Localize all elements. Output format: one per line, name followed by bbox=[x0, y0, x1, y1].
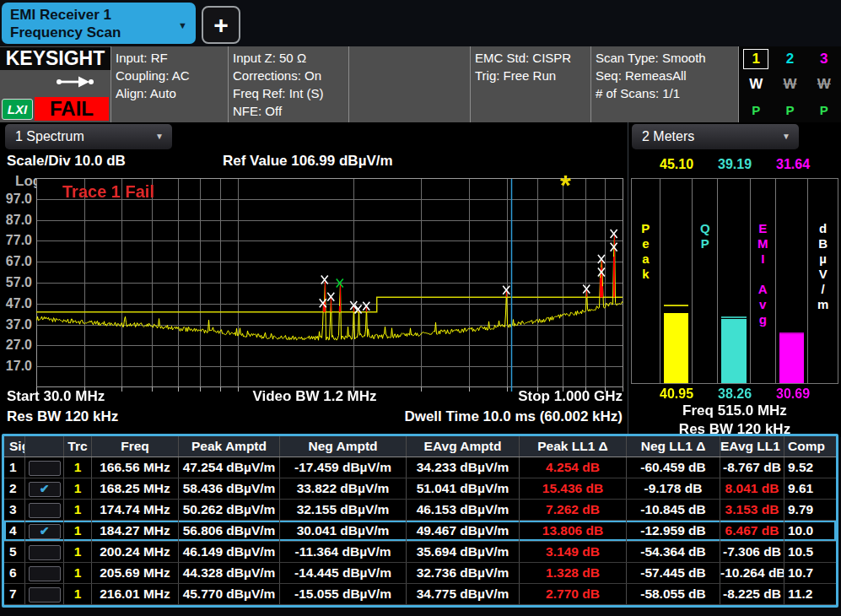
spectrum-window: 1 Spectrum ▼ Scale/Div 10.0 dB Ref Value… bbox=[0, 122, 628, 437]
suppress-cell bbox=[25, 584, 64, 604]
column-header-EAvg LL1 Δ: EAvg LL1 Δ bbox=[720, 436, 784, 457]
add-tab-button[interactable]: + bbox=[202, 6, 240, 44]
trace-write-mode-3[interactable]: W bbox=[807, 72, 841, 97]
trace-select-1[interactable]: 1 bbox=[739, 46, 773, 72]
eavg-ll1-delta-cell: -10.264 dB bbox=[720, 563, 784, 583]
neg-ll1-delta-cell: -9.178 dB bbox=[627, 478, 720, 499]
freq-cell: 184.27 MHz bbox=[92, 521, 179, 541]
chevron-down-icon: ▼ bbox=[782, 124, 790, 149]
signal-path-icon bbox=[56, 75, 94, 89]
eavg-ll1-delta-cell: -7.306 dB bbox=[720, 542, 784, 562]
signal-row-4[interactable]: 4✔1184.27 MHz56.806 dBµV/m30.041 dBµV/m4… bbox=[4, 521, 836, 542]
meter-bars-area: P e a kQ PE M I A v gd B µ V / m bbox=[631, 178, 838, 384]
spectrum-window-title: 1 Spectrum bbox=[15, 129, 84, 143]
eavg-ll1-delta-cell: -8.225 dB bbox=[720, 584, 784, 604]
neg-ll1-delta-cell: -57.445 dB bbox=[627, 563, 720, 583]
eavg-ll1-delta-cell: 3.153 dB bbox=[720, 500, 784, 520]
neg-amptd-cell: 30.041 dBµV/m bbox=[280, 521, 407, 541]
freq-cell: 174.74 MHz bbox=[92, 500, 179, 520]
sig-number-cell: 5 bbox=[4, 542, 25, 562]
meters-window-selector[interactable]: 2 Meters ▼ bbox=[632, 124, 799, 149]
spectrum-chart-canvas[interactable] bbox=[36, 178, 623, 392]
trc-cell: 1 bbox=[64, 563, 92, 583]
comp-cell: 9.52 bbox=[784, 457, 836, 478]
peak-ll1-delta-cell: 4.254 dB bbox=[520, 457, 627, 478]
check-icon: ✔ bbox=[40, 524, 50, 538]
signal-checkbox[interactable] bbox=[29, 545, 61, 560]
freq-cell: 168.25 MHz bbox=[92, 478, 179, 499]
y-axis-tick-label: 77.0 bbox=[0, 233, 32, 248]
column-header-Comp: Comp bbox=[784, 436, 836, 457]
signal-table-header-row: SigTrcFreqPeak AmptdNeg AmptdEAvg AmptdP… bbox=[4, 436, 836, 457]
comp-cell: 11.2 bbox=[784, 584, 836, 604]
tab-emi-receiver-1[interactable]: EMI Receiver 1 Frequency Scan ▼ bbox=[2, 3, 196, 44]
y-axis-tick-label: 47.0 bbox=[0, 296, 32, 311]
trc-cell: 1 bbox=[64, 457, 92, 478]
signal-row-7[interactable]: 71216.01 MHz45.770 dBµV/m-15.055 dBµV/m3… bbox=[4, 584, 836, 605]
suppress-cell bbox=[25, 563, 64, 583]
column-header-check bbox=[25, 436, 64, 457]
signal-row-2[interactable]: 2✔1168.25 MHz58.436 dBµV/m33.822 dBµV/m5… bbox=[4, 478, 836, 500]
suppress-cell bbox=[25, 500, 64, 520]
meter-label-text: Q P bbox=[693, 221, 717, 251]
neg-amptd-cell: 32.155 dBµV/m bbox=[280, 500, 407, 520]
meter-peak-hold-value bbox=[693, 157, 718, 172]
suppress-cell: ✔ bbox=[25, 478, 64, 499]
y-axis-tick-label: 27.0 bbox=[0, 338, 32, 353]
peak-amptd-cell: 47.254 dBµV/m bbox=[179, 457, 280, 478]
trace-control-grid: 123WWWPPP bbox=[739, 46, 841, 122]
meter-label-qp: Q P bbox=[693, 179, 718, 383]
trace-write-mode-2[interactable]: W bbox=[773, 72, 806, 97]
meter-label-db-v-m: d B µ V / m bbox=[808, 179, 838, 383]
freq-cell: 216.01 MHz bbox=[92, 584, 179, 604]
suppress-cell bbox=[25, 542, 64, 562]
meter-peak-hold-values: 45.1039.1931.64 bbox=[631, 157, 838, 172]
trace-select-2[interactable]: 2 bbox=[773, 46, 806, 72]
trace-detector-3[interactable]: P bbox=[807, 97, 841, 122]
trc-cell: 1 bbox=[64, 500, 92, 520]
signal-checkbox[interactable] bbox=[29, 587, 61, 602]
spectrum-window-selector[interactable]: 1 Spectrum ▼ bbox=[5, 124, 172, 149]
meter-bar-fill bbox=[779, 334, 805, 383]
peak-amptd-cell: 56.806 dBµV/m bbox=[179, 521, 280, 541]
meter-current-value: 40.95 bbox=[660, 386, 693, 402]
neg-ll1-delta-cell: -12.959 dB bbox=[627, 521, 720, 541]
signal-row-1[interactable]: 11166.56 MHz47.254 dBµV/m-17.459 dBµV/m3… bbox=[4, 457, 836, 478]
signal-row-3[interactable]: 31174.74 MHz50.262 dBµV/m32.155 dBµV/m46… bbox=[4, 500, 836, 521]
neg-ll1-delta-cell: -58.055 dB bbox=[627, 584, 720, 604]
trace-detector-1[interactable]: P bbox=[739, 97, 773, 122]
trc-cell: 1 bbox=[64, 584, 92, 604]
trace-detector-2[interactable]: P bbox=[773, 97, 806, 122]
eavg-ll1-delta-cell: 8.041 dB bbox=[720, 478, 784, 499]
neg-amptd-cell: 33.822 dBµV/m bbox=[280, 478, 407, 499]
y-axis-tick-label: 97.0 bbox=[0, 192, 32, 207]
eavg-amptd-cell: 35.694 dBµV/m bbox=[407, 542, 520, 562]
tab-dropdown-caret-icon[interactable]: ▼ bbox=[178, 17, 187, 35]
signal-row-5[interactable]: 51200.24 MHz46.149 dBµV/m-11.364 dBµV/m3… bbox=[4, 542, 836, 563]
signal-checkbox[interactable] bbox=[29, 461, 61, 476]
signal-checkbox[interactable] bbox=[29, 503, 61, 518]
signal-row-6[interactable]: 61205.69 MHz44.328 dBµV/m-14.445 dBµV/m3… bbox=[4, 563, 836, 584]
trace-select-3[interactable]: 3 bbox=[807, 46, 841, 72]
comp-cell: 9.61 bbox=[784, 478, 836, 499]
trace-write-mode-1[interactable]: W bbox=[739, 72, 773, 97]
ref-value-label: Ref Value 106.99 dBµV/m bbox=[223, 153, 393, 170]
neg-amptd-cell: -11.364 dBµV/m bbox=[280, 542, 407, 562]
signal-checkbox[interactable]: ✔ bbox=[29, 482, 61, 497]
signal-checkbox[interactable] bbox=[29, 566, 61, 581]
stop-freq-label: Stop 1.000 GHz bbox=[518, 388, 623, 405]
meter-label-text: P e a k bbox=[632, 221, 660, 282]
header-separator bbox=[738, 46, 739, 122]
peak-amptd-cell: 50.262 dBµV/m bbox=[179, 500, 280, 520]
signal-checkbox[interactable]: ✔ bbox=[29, 524, 61, 539]
meter-current-value bbox=[631, 386, 660, 402]
meter-peak-hold-line bbox=[664, 305, 689, 306]
meter-label-peak: P e a k bbox=[632, 179, 660, 383]
eavg-amptd-cell: 32.736 dBµV/m bbox=[407, 563, 520, 583]
suppress-cell: ✔ bbox=[25, 521, 64, 541]
trc-cell: 1 bbox=[64, 521, 92, 541]
meter-current-value bbox=[751, 386, 776, 402]
column-header-Sig: Sig bbox=[4, 436, 25, 457]
fail-status-badge: FAIL bbox=[35, 97, 109, 121]
eavg-ll1-delta-cell: 6.467 dB bbox=[720, 521, 784, 541]
